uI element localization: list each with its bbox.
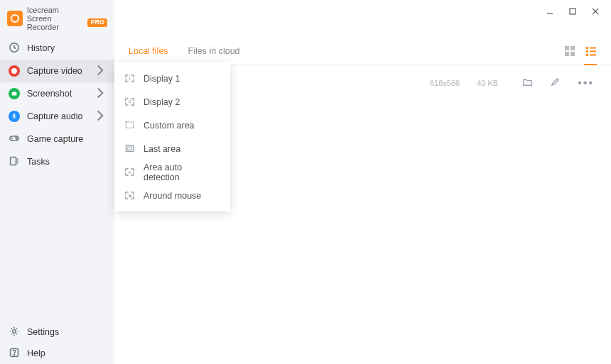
sidebar-item-settings[interactable]: Settings: [0, 321, 114, 343]
svg-point-5: [11, 68, 17, 74]
sidebar-item-label: Capture video: [27, 66, 82, 76]
open-folder-button[interactable]: [522, 77, 533, 90]
record-icon: [9, 65, 20, 77]
sidebar-item-game-capture[interactable]: Game capture: [0, 128, 114, 150]
tabs: Local files Files in cloud: [114, 37, 611, 65]
submenu-label: Display 1: [144, 74, 180, 84]
svg-rect-23: [571, 46, 575, 50]
close-button[interactable]: [584, 3, 607, 20]
svg-rect-8: [13, 114, 16, 116]
svg-rect-30: [586, 54, 588, 56]
window-controls: [114, 0, 611, 37]
tab-files-in-cloud[interactable]: Files in cloud: [188, 38, 240, 64]
sidebar-footer: Settings Help: [0, 321, 114, 364]
microphone-icon: [9, 111, 20, 122]
sidebar-item-tasks[interactable]: Tasks: [0, 150, 114, 173]
sidebar: History Capture video Screenshot: [0, 37, 114, 364]
svg-rect-27: [590, 47, 596, 48]
svg-rect-34: [126, 122, 133, 128]
submenu-label: Custom area: [144, 121, 195, 131]
chevron-right-icon: [94, 110, 106, 123]
camera-icon: [9, 88, 20, 99]
pro-badge: PRO: [87, 18, 107, 27]
app-subtitle: Screen Recorder: [27, 14, 85, 31]
capture-video-submenu: 1 Display 1 2 Display 2 Custom area Last…: [114, 62, 230, 211]
edit-button[interactable]: [550, 77, 561, 90]
svg-rect-24: [565, 52, 569, 56]
svg-rect-31: [590, 54, 596, 55]
submenu-label: Area auto detection: [144, 162, 220, 182]
submenu-display-1[interactable]: 1 Display 1: [114, 67, 230, 90]
submenu-label: Around mouse: [144, 191, 201, 201]
more-button[interactable]: •••: [578, 77, 594, 89]
sidebar-item-label: History: [27, 43, 55, 53]
grid-view-button[interactable]: [564, 45, 575, 57]
app-logo: [7, 11, 23, 26]
submenu-label: Display 2: [144, 97, 180, 107]
chevron-right-icon: [94, 65, 106, 78]
help-icon: [9, 347, 20, 360]
submenu-area-auto-detection[interactable]: A Area auto detection: [114, 160, 230, 184]
sidebar-item-label: Game capture: [27, 134, 83, 144]
svg-rect-22: [565, 46, 569, 50]
svg-rect-35: [126, 145, 133, 151]
chevron-right-icon: [94, 87, 106, 101]
svg-rect-1: [570, 9, 575, 14]
tab-local-files[interactable]: Local files: [129, 38, 168, 64]
view-toggle: [564, 45, 597, 57]
svg-rect-29: [590, 50, 596, 52]
svg-rect-15: [11, 157, 16, 165]
svg-rect-28: [586, 50, 588, 53]
app-name: Icecream: [27, 6, 107, 14]
sidebar-item-help[interactable]: Help: [0, 343, 114, 364]
maximize-button[interactable]: [561, 3, 584, 20]
gear-icon: [9, 326, 20, 339]
svg-rect-7: [13, 92, 16, 92]
submenu-custom-area[interactable]: Custom area: [114, 114, 230, 137]
svg-text:A: A: [129, 170, 131, 175]
tasks-icon: [9, 155, 20, 169]
sidebar-item-label: Screenshot: [27, 89, 72, 99]
file-size: 40 KB: [477, 79, 498, 87]
sidebar-item-label: Tasks: [27, 157, 50, 167]
submenu-label: Last area: [144, 144, 180, 154]
submenu-around-mouse[interactable]: Around mouse: [114, 184, 230, 207]
sidebar-item-capture-audio[interactable]: Capture audio: [0, 105, 114, 128]
sidebar-item-label: Help: [27, 348, 45, 358]
svg-rect-25: [571, 52, 575, 56]
sidebar-item-label: Settings: [27, 327, 59, 337]
file-dimensions: 618x566: [430, 79, 460, 87]
svg-point-21: [13, 354, 14, 355]
svg-rect-26: [586, 47, 588, 49]
svg-rect-36: [128, 147, 132, 150]
sidebar-item-capture-video[interactable]: Capture video: [0, 60, 114, 82]
submenu-display-2[interactable]: 2 Display 2: [114, 90, 230, 114]
gamepad-icon: [9, 133, 20, 146]
svg-point-19: [13, 329, 16, 332]
history-icon: [9, 42, 20, 55]
svg-point-14: [16, 138, 17, 139]
svg-text:1: 1: [129, 76, 131, 80]
sidebar-item-history[interactable]: History: [0, 37, 114, 60]
sidebar-item-screenshot[interactable]: Screenshot: [0, 82, 114, 105]
svg-rect-6: [12, 92, 17, 96]
submenu-last-area[interactable]: Last area: [114, 137, 230, 160]
app-window: Icecream Screen Recorder PRO: [0, 0, 611, 364]
svg-text:2: 2: [129, 99, 131, 104]
titlebar: Icecream Screen Recorder PRO: [0, 0, 611, 37]
minimize-button[interactable]: [539, 3, 561, 20]
brand: Icecream Screen Recorder PRO: [0, 0, 114, 37]
sidebar-item-label: Capture audio: [27, 111, 83, 121]
list-view-button[interactable]: [585, 45, 597, 57]
